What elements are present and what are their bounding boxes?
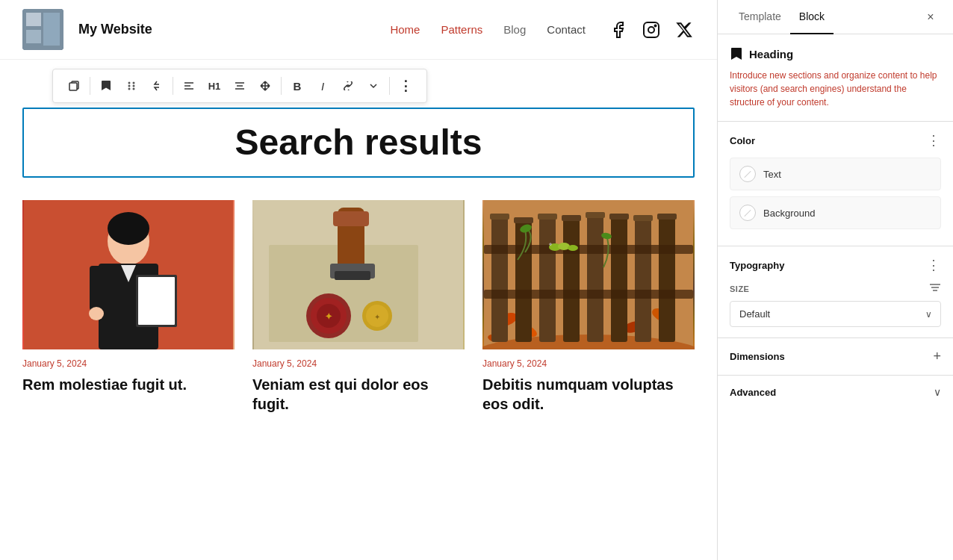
post-date-3: January 5, 2024: [482, 358, 695, 369]
svg-rect-58: [563, 217, 580, 342]
text-color-option[interactable]: Text: [730, 158, 941, 190]
svg-point-10: [128, 88, 131, 90]
svg-rect-57: [538, 214, 557, 220]
svg-point-24: [108, 212, 149, 245]
svg-rect-66: [659, 215, 675, 342]
nav-patterns[interactable]: Patterns: [441, 23, 482, 36]
dimensions-title: Dimensions: [730, 351, 785, 362]
svg-rect-64: [635, 217, 651, 342]
svg-text:✦: ✦: [374, 313, 380, 321]
post-title-2: Veniam est qui dolor eos fugit.: [252, 375, 465, 414]
typography-options-button[interactable]: ⋮: [927, 257, 941, 273]
typography-section: Typography ⋮ SIZE Default Small Medium: [730, 246, 941, 337]
background-color-circle: [739, 205, 756, 221]
svg-rect-4: [644, 22, 659, 37]
svg-rect-7: [69, 83, 77, 90]
svg-rect-63: [609, 214, 629, 220]
svg-rect-35: [333, 211, 369, 226]
svg-rect-3: [43, 13, 60, 46]
options-button[interactable]: ⋮: [394, 74, 417, 98]
nav-blog[interactable]: Blog: [503, 23, 526, 36]
heading-bookmark-icon: [730, 46, 743, 61]
post-title-3: Debitis numquam voluptas eos odit.: [482, 375, 695, 414]
post-image-1: [22, 200, 235, 349]
block-toolbar: H1 B I ⋮: [52, 69, 427, 103]
social-icons: [608, 19, 695, 40]
svg-rect-2: [26, 30, 41, 43]
post-date-1: January 5, 2024: [22, 358, 235, 369]
dimensions-add-button[interactable]: +: [933, 349, 941, 364]
typography-section-title: Typography: [730, 260, 784, 271]
post-card-3: January 5, 2024 Debitis numquam voluptas…: [482, 200, 695, 414]
background-color-label: Background: [763, 208, 815, 219]
svg-rect-37: [335, 271, 370, 280]
italic-button[interactable]: I: [311, 74, 335, 98]
advanced-chevron-icon[interactable]: ∨: [934, 386, 941, 398]
align-center-button[interactable]: [228, 74, 252, 98]
svg-rect-67: [657, 214, 677, 220]
posts-grid: January 5, 2024 Rem molestiae fugit ut.: [0, 200, 717, 436]
bold-button[interactable]: B: [285, 74, 309, 98]
advanced-section: Advanced ∨: [730, 376, 941, 408]
site-nav: Home Patterns Blog Contact: [390, 23, 586, 36]
align-left-button[interactable]: [177, 74, 201, 98]
facebook-icon[interactable]: [608, 19, 629, 40]
updown-button[interactable]: [145, 74, 169, 98]
panel-tabs: Template Block ×: [718, 0, 953, 34]
panel-close-button[interactable]: ×: [920, 7, 941, 28]
move-button[interactable]: [119, 74, 143, 98]
size-select[interactable]: Default Small Medium Large X-Large XX-La…: [730, 301, 941, 327]
color-section-header: Color ⋮: [730, 132, 941, 149]
heading-h1-button[interactable]: H1: [202, 74, 226, 98]
svg-point-13: [133, 88, 135, 90]
svg-rect-62: [611, 215, 627, 342]
size-filter-icon[interactable]: [929, 282, 941, 295]
svg-rect-29: [90, 266, 103, 311]
svg-text:✦: ✦: [325, 311, 332, 322]
panel-content: Heading Introduce new sections and organ…: [718, 34, 953, 560]
color-section-title: Color: [730, 135, 755, 146]
heading-block[interactable]: Search results: [22, 108, 695, 178]
site-header: My Website Home Patterns Blog Contact: [0, 0, 717, 60]
svg-point-6: [655, 25, 656, 26]
svg-rect-65: [633, 215, 653, 221]
svg-point-5: [648, 27, 654, 33]
color-section: Color ⋮ Text Background: [730, 122, 941, 246]
post-date-2: January 5, 2024: [252, 358, 465, 369]
nav-contact[interactable]: Contact: [547, 23, 586, 36]
move-drag-button[interactable]: [253, 74, 277, 98]
nav-home[interactable]: Home: [390, 23, 420, 36]
size-select-wrapper: Default Small Medium Large X-Large XX-La…: [730, 301, 941, 327]
duplicate-button[interactable]: [62, 74, 86, 98]
text-color-label: Text: [763, 169, 781, 180]
text-color-circle: [739, 166, 756, 182]
svg-rect-28: [138, 277, 175, 325]
toolbar-divider-4: [389, 77, 390, 95]
link-button[interactable]: [336, 74, 360, 98]
advanced-title: Advanced: [730, 387, 776, 398]
toolbar-divider-3: [281, 77, 282, 95]
size-label-text: SIZE: [730, 284, 749, 293]
background-color-option[interactable]: Background: [730, 196, 941, 229]
svg-rect-52: [491, 215, 508, 342]
svg-point-8: [128, 82, 131, 84]
svg-point-77: [550, 243, 551, 245]
logo-image: [22, 9, 63, 50]
color-options-button[interactable]: ⋮: [927, 132, 941, 149]
size-label-row: SIZE: [730, 282, 941, 295]
site-logo: [22, 9, 63, 50]
instagram-icon[interactable]: [641, 19, 662, 40]
right-panel: Template Block × Heading Introduce new s…: [717, 0, 953, 560]
post-image-2: ✦ ✦: [252, 200, 465, 349]
svg-rect-60: [587, 214, 603, 342]
post-image-3: [482, 200, 695, 349]
dimensions-section: Dimensions +: [730, 338, 941, 375]
tab-template[interactable]: Template: [730, 0, 790, 34]
tab-block[interactable]: Block: [790, 0, 834, 34]
bookmark-button[interactable]: [94, 74, 118, 98]
toolbar-divider-2: [173, 77, 173, 95]
more-inline-button[interactable]: [361, 74, 385, 98]
svg-point-30: [89, 307, 104, 320]
typography-section-header: Typography ⋮: [730, 257, 941, 273]
twitter-icon[interactable]: [674, 19, 695, 40]
